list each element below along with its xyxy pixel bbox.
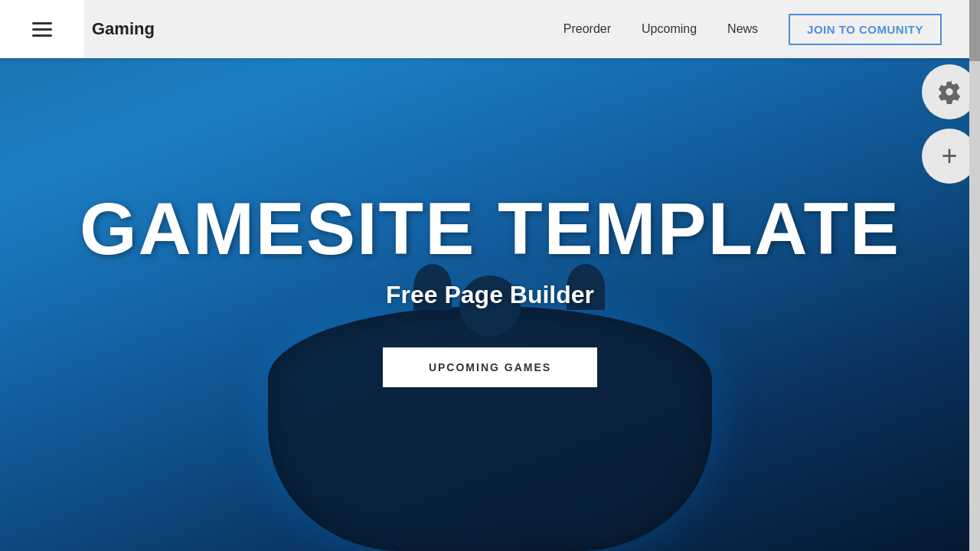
- hero-subtitle: Free Page Builder: [386, 281, 594, 309]
- gear-icon: [937, 80, 962, 104]
- plus-icon: +: [941, 142, 957, 170]
- nav-news[interactable]: News: [727, 22, 758, 36]
- header: Gaming Preorder Upcoming News JOIN TO CO…: [0, 0, 980, 58]
- main-nav: Preorder Upcoming News JOIN TO COMUNITY: [564, 14, 957, 45]
- brand-name: Gaming: [92, 19, 564, 39]
- menu-button[interactable]: [0, 0, 84, 58]
- scrollbar[interactable]: [969, 0, 980, 551]
- join-community-button[interactable]: JOIN TO COMUNITY: [789, 14, 942, 45]
- nav-preorder[interactable]: Preorder: [564, 22, 611, 36]
- hamburger-icon: [32, 22, 52, 37]
- hero-content: GAMESITE TEMPLATE Free Page Builder UPCO…: [0, 58, 980, 551]
- nav-upcoming[interactable]: Upcoming: [642, 22, 697, 36]
- scrollbar-thumb[interactable]: [969, 0, 980, 61]
- upcoming-games-button[interactable]: UPCOMING GAMES: [383, 347, 597, 387]
- hero-title: GAMESITE TEMPLATE: [80, 192, 900, 266]
